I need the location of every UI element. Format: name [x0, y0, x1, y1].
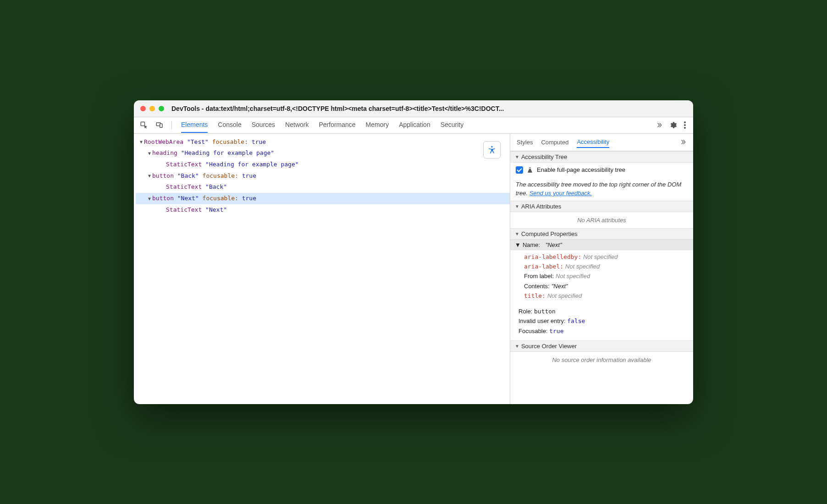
- section-computed[interactable]: ▼ Computed Properties: [510, 228, 693, 240]
- a11y-tree-body: Enable full-page accessibility tree: [510, 163, 693, 177]
- overflow-icon[interactable]: [679, 138, 687, 146]
- name-sources: aria-labelledby: Not specifiedaria-label…: [510, 250, 693, 305]
- name-source-row: Contents: "Next": [524, 281, 688, 291]
- section-title: ARIA Attributes: [521, 203, 561, 210]
- svg-point-3: [684, 121, 686, 123]
- name-label: Name:: [523, 241, 540, 248]
- name-source-row: title: Not specified: [524, 291, 688, 301]
- name-source-row: aria-label: Not specified: [524, 262, 688, 271]
- svg-point-5: [684, 127, 686, 129]
- feedback-link[interactable]: Send us your feedback.: [529, 190, 592, 197]
- separator: [171, 121, 172, 129]
- tab-performance[interactable]: Performance: [319, 117, 355, 133]
- disclosure-triangle-icon: ▼: [515, 154, 519, 159]
- section-a11y-tree[interactable]: ▼ Accessibility Tree: [510, 151, 693, 163]
- accessibility-tree-panel[interactable]: ▼RootWebArea "Test" focusable: true▼head…: [134, 134, 510, 404]
- side-tabs: StylesComputedAccessibility: [510, 134, 693, 151]
- tree-row[interactable]: ▼button "Next" focusable: true: [136, 193, 510, 204]
- tree-row[interactable]: ▼RootWebArea "Test" focusable: true: [136, 137, 510, 148]
- disclosure-triangle-icon: ▼: [515, 241, 521, 248]
- side-tab-styles[interactable]: Styles: [517, 137, 533, 148]
- maximize-window-button[interactable]: [159, 106, 164, 111]
- enable-label: Enable full-page accessibility tree: [537, 166, 625, 173]
- more-icon[interactable]: [680, 121, 689, 130]
- svg-rect-2: [160, 124, 162, 127]
- tree-row[interactable]: ▼heading "Heading for example page": [136, 148, 510, 159]
- tab-memory[interactable]: Memory: [366, 117, 389, 133]
- section-aria[interactable]: ▼ ARIA Attributes: [510, 201, 693, 212]
- enable-full-page-checkbox[interactable]: [516, 166, 523, 174]
- side-panel: StylesComputedAccessibility ▼ Accessibil…: [510, 134, 693, 404]
- beaker-icon: [527, 167, 533, 173]
- tab-console[interactable]: Console: [218, 117, 241, 133]
- tab-network[interactable]: Network: [285, 117, 309, 133]
- source-order-empty: No source order information available: [510, 352, 693, 368]
- computed-footer: Role: button Invalid user entry: false F…: [510, 305, 693, 340]
- settings-icon[interactable]: [668, 121, 678, 130]
- tree-row[interactable]: ▼button "Back" focusable: true: [136, 170, 510, 182]
- section-title: Computed Properties: [521, 230, 578, 237]
- inspect-element-icon[interactable]: [138, 119, 150, 131]
- tree-row[interactable]: StaticText "Back": [136, 181, 510, 193]
- titlebar[interactable]: DevTools - data:text/html;charset=utf-8,…: [134, 100, 693, 117]
- svg-point-6: [491, 146, 492, 147]
- tab-security[interactable]: Security: [441, 117, 464, 133]
- section-title: Accessibility Tree: [521, 153, 567, 160]
- side-tab-accessibility[interactable]: Accessibility: [577, 137, 609, 148]
- a11y-info-text: The accessibility tree moved to the top …: [510, 177, 693, 201]
- name-source-row: aria-labelledby: Not specified: [524, 252, 688, 262]
- disclosure-triangle-icon: ▼: [515, 344, 519, 349]
- main-toolbar: ElementsConsoleSourcesNetworkPerformance…: [134, 117, 693, 134]
- section-title: Source Order Viewer: [521, 343, 577, 350]
- close-window-button[interactable]: [140, 106, 146, 111]
- side-tab-computed[interactable]: Computed: [541, 137, 568, 148]
- devtools-window: DevTools - data:text/html;charset=utf-8,…: [134, 100, 693, 404]
- aria-empty: No ARIA attributes: [510, 212, 693, 228]
- tree-row[interactable]: StaticText "Next": [136, 204, 510, 216]
- window-title: DevTools - data:text/html;charset=utf-8,…: [171, 105, 687, 112]
- tab-sources[interactable]: Sources: [252, 117, 275, 133]
- name-row[interactable]: ▼ Name: "Next": [510, 240, 693, 250]
- disclosure-triangle-icon: ▼: [515, 204, 519, 209]
- section-source-order[interactable]: ▼ Source Order Viewer: [510, 340, 693, 352]
- accessibility-person-icon[interactable]: [483, 141, 501, 159]
- traffic-lights: [140, 106, 164, 111]
- overflow-icon[interactable]: [653, 119, 666, 131]
- svg-rect-0: [141, 122, 144, 126]
- disclosure-triangle-icon: ▼: [515, 231, 519, 236]
- main-tabs: ElementsConsoleSourcesNetworkPerformance…: [177, 117, 650, 133]
- tree-row[interactable]: StaticText "Heading for example page": [136, 159, 510, 170]
- minimize-window-button[interactable]: [149, 106, 155, 111]
- device-toggle-icon[interactable]: [153, 119, 166, 131]
- name-source-row: From label: Not specified: [524, 271, 688, 281]
- tree: ▼RootWebArea "Test" focusable: true▼head…: [136, 137, 510, 216]
- name-value: "Next": [546, 241, 562, 248]
- tab-application[interactable]: Application: [399, 117, 430, 133]
- tab-elements[interactable]: Elements: [181, 117, 208, 133]
- svg-point-4: [684, 124, 686, 126]
- main-split: ▼RootWebArea "Test" focusable: true▼head…: [134, 134, 693, 404]
